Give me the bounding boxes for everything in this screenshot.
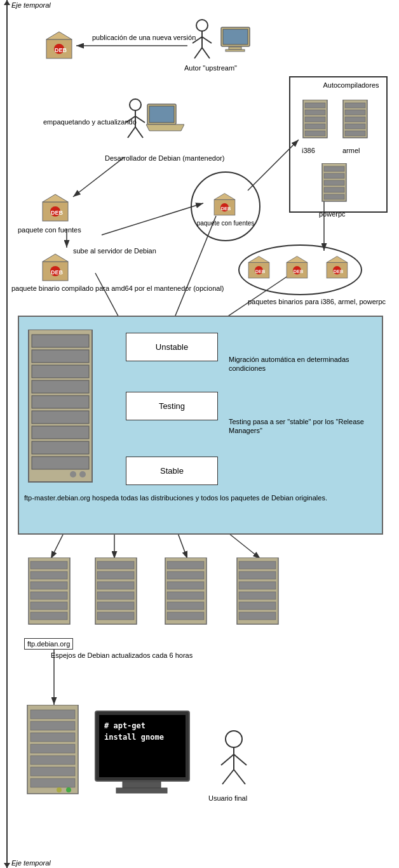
- terminal-monitor: # apt-get install gnome: [94, 710, 193, 810]
- local-server-icon: [24, 705, 88, 805]
- svg-point-50: [130, 99, 141, 110]
- svg-rect-125: [30, 721, 75, 730]
- paquete-binario-label: paquete binario compilado para amd64 por…: [11, 284, 224, 293]
- svg-text:DEB: DEB: [294, 269, 304, 274]
- svg-rect-120: [239, 592, 276, 599]
- svg-rect-85: [32, 350, 89, 363]
- svg-marker-72: [248, 257, 269, 263]
- svg-marker-58: [146, 124, 184, 131]
- svg-line-141: [222, 770, 234, 784]
- svg-rect-29: [223, 29, 248, 44]
- svg-marker-76: [287, 257, 308, 263]
- mirror-server-1: [25, 558, 76, 636]
- desarrollador-label: Desarrollador de Debian (mantenedor): [105, 154, 224, 163]
- ftp-master-description: ftp-master.debian.org hospeda todas las …: [24, 493, 377, 502]
- svg-rect-46: [324, 173, 344, 178]
- svg-marker-68: [43, 254, 68, 262]
- ftp-master-area: Unstable Testing Stable Migración automá…: [18, 316, 383, 535]
- empaquetando-label: empaquetando y actualizando: [43, 117, 137, 126]
- svg-rect-98: [30, 582, 67, 589]
- paquete-fuentes-circle-label: paquete con fuentes: [197, 220, 255, 227]
- svg-rect-100: [30, 602, 67, 610]
- svg-rect-37: [305, 131, 325, 136]
- svg-rect-104: [97, 571, 134, 579]
- svg-line-5: [102, 203, 203, 235]
- svg-text:DEB: DEB: [255, 269, 266, 274]
- svg-point-137: [226, 731, 242, 747]
- svg-rect-122: [239, 612, 276, 620]
- axis-arrow-top: [4, 0, 10, 5]
- svg-rect-99: [30, 592, 67, 599]
- svg-rect-115: [167, 612, 204, 620]
- bin-pkg-1: DEB: [246, 252, 274, 283]
- apt-get-command: # apt-get install gnome: [99, 715, 186, 777]
- usuario-final-label: Usuario final: [208, 794, 247, 803]
- paquetes-binarios-label: paquetes binarios para i386, armel, powe…: [248, 297, 386, 306]
- svg-rect-129: [30, 767, 75, 776]
- svg-rect-86: [32, 365, 89, 378]
- svg-line-24: [193, 37, 202, 43]
- svg-rect-113: [167, 592, 204, 599]
- binary-packages-ellipse: DEB DEB DEB: [238, 244, 362, 295]
- testing-pasa-label: Testing pasa a ser "stable" por los "Rel…: [229, 417, 382, 436]
- upstream-person-icon: [189, 19, 215, 62]
- svg-marker-19: [46, 32, 72, 39]
- mirror-server-2: [92, 558, 143, 636]
- i386-label: i386: [302, 146, 315, 155]
- svg-marker-60: [214, 194, 235, 200]
- espejos-label: Espejos de Debian actualizados cada 6 ho…: [51, 651, 193, 660]
- i386-server-icon: [300, 100, 332, 146]
- eje-temporal-bottom-label: Eje temporal: [11, 859, 51, 867]
- svg-rect-88: [32, 396, 89, 408]
- svg-rect-47: [324, 180, 344, 185]
- svg-rect-87: [32, 380, 89, 393]
- svg-text:DEB: DEB: [51, 210, 64, 216]
- paquete-fuentes-label: paquete con fuentes: [18, 225, 81, 234]
- unstable-label: Unstable: [156, 342, 188, 352]
- sube-servidor-label: sube al servidor de Debian: [73, 246, 156, 255]
- svg-rect-119: [239, 582, 276, 589]
- svg-rect-33: [305, 103, 325, 108]
- svg-rect-127: [30, 744, 75, 753]
- upstream-package-icon: DEB: [43, 27, 78, 62]
- svg-rect-117: [239, 561, 276, 569]
- svg-line-140: [234, 754, 247, 765]
- source-package-icon-left: DEB: [39, 189, 74, 226]
- svg-rect-101: [30, 612, 67, 620]
- svg-rect-121: [239, 602, 276, 610]
- svg-text:DEB: DEB: [220, 206, 231, 211]
- diagram: Eje temporal Eje temporal: [0, 0, 399, 868]
- svg-line-26: [194, 48, 202, 58]
- eje-temporal-top-label: Eje temporal: [11, 1, 51, 9]
- svg-text:DEB: DEB: [55, 47, 67, 53]
- svg-rect-106: [97, 592, 134, 599]
- paquete-fuentes-circle: DEB paquete con fuentes: [191, 171, 260, 241]
- mirror-server-3: [162, 558, 213, 636]
- autocompiladores-label: Autocompiladores: [303, 81, 399, 90]
- svg-line-25: [202, 37, 212, 43]
- unstable-box: Unstable: [126, 333, 218, 361]
- svg-rect-96: [30, 561, 67, 569]
- migracion-label: Migración automática en determinadas con…: [229, 355, 382, 373]
- svg-rect-92: [32, 457, 89, 469]
- svg-point-22: [196, 20, 208, 31]
- svg-rect-130: [30, 778, 75, 787]
- svg-line-142: [234, 770, 245, 784]
- svg-line-27: [202, 48, 210, 58]
- svg-rect-31: [226, 50, 245, 51]
- svg-line-15: [178, 533, 187, 559]
- user-person-icon: [215, 730, 253, 789]
- svg-rect-126: [30, 733, 75, 742]
- svg-text:DEB: DEB: [51, 269, 64, 276]
- temporal-axis-line: [6, 0, 8, 868]
- svg-rect-136: [116, 788, 167, 793]
- svg-rect-84: [32, 335, 89, 347]
- svg-point-93: [79, 471, 86, 477]
- svg-rect-30: [229, 47, 241, 50]
- svg-rect-40: [345, 110, 365, 115]
- autocompilers-box: Autocompiladores i386 arme: [289, 76, 388, 213]
- svg-rect-108: [97, 612, 134, 620]
- svg-rect-41: [345, 117, 365, 122]
- svg-rect-39: [345, 103, 365, 108]
- svg-rect-135: [123, 782, 161, 788]
